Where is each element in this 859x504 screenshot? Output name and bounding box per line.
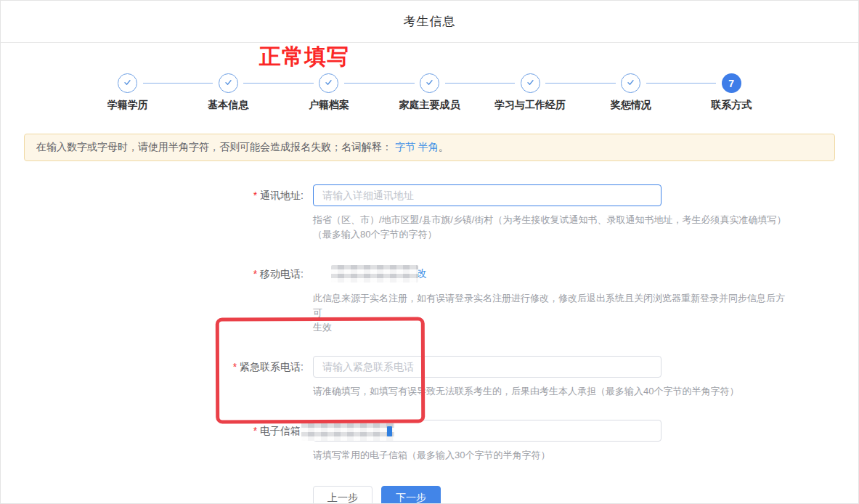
required-marker: * [233, 361, 237, 373]
redacted-phone-value [331, 265, 418, 283]
check-icon [425, 77, 434, 90]
candidate-info-page: 考生信息 正常填写 学籍学历 基本信息 户籍档案 家庭主要成员 [0, 0, 859, 504]
step-label: 家庭主要成员 [379, 99, 480, 112]
step-number: 7 [728, 78, 734, 89]
address-help-line1: 指省（区、市）/地市区盟/县市旗/乡镇/街村（为考生接收复试通知书、录取通知书地… [313, 213, 792, 227]
step-done-circle [621, 73, 640, 93]
email-control: 请填写常用的电子信箱（最多输入30个字节的半角字符） [313, 420, 792, 463]
mobile-control: 修改 此信息来源于实名注册，如有误请登录实名注册进行修改，修改后退出系统且关闭浏… [313, 263, 792, 335]
address-row: *通讯地址: 指省（区、市）/地市区盟/县市旗/乡镇/街村（为考生接收复试通知书… [1, 184, 858, 242]
contact-info-form: *通讯地址: 指省（区、市）/地市区盟/县市旗/乡镇/街村（为考生接收复试通知书… [1, 184, 858, 504]
email-help: 请填写常用的电子信箱（最多输入30个字节的半角字符） [313, 448, 792, 463]
step-done-circle [118, 73, 137, 93]
step-done-circle [521, 73, 540, 93]
previous-step-button[interactable]: 上一步 [313, 486, 372, 504]
check-icon [626, 77, 635, 90]
halfwidth-notice-banner: 在输入数字或字母时，请使用半角字符，否则可能会造成报名失败；名词解释： 字节 半… [24, 134, 835, 161]
mobile-row: *移动电话: 修改 此信息来源于实名注册，如有误请登录实名注册进行修改，修改后退… [1, 263, 858, 335]
step-item-jiben[interactable]: 基本信息 [178, 73, 279, 112]
byte-glossary-link[interactable]: 字节 [395, 141, 415, 153]
address-control: 指省（区、市）/地市区盟/县市旗/乡镇/街村（为考生接收复试通知书、录取通知书地… [313, 184, 792, 242]
step-done-circle [219, 73, 238, 93]
step-item-jiangcheng[interactable]: 奖惩情况 [580, 73, 681, 112]
emergency-phone-row: *紧急联系电话: 请准确填写，如填写有误导致无法联系考生的，后果由考生本人承担（… [1, 356, 858, 399]
required-marker: * [253, 268, 257, 280]
step-done-circle [420, 73, 439, 93]
redacted-email-value [301, 421, 394, 441]
mobile-help-line1: 此信息来源于实名注册，如有误请登录实名注册进行修改，修改后退出系统且关闭浏览器重… [313, 291, 792, 320]
step-label: 学籍学历 [78, 99, 179, 112]
step-active-circle: 7 [722, 73, 741, 93]
notice-suffix: 。 [439, 141, 449, 153]
emergency-phone-help: 请准确填写，如填写有误导致无法联系考生的，后果由考生本人承担（最多输入40个字节… [313, 384, 792, 399]
check-icon [526, 77, 535, 90]
step-item-xueji[interactable]: 学籍学历 [78, 73, 179, 112]
redacted-email-cursor [387, 426, 392, 436]
mobile-label: *移动电话: [1, 263, 313, 335]
emergency-phone-label: *紧急联系电话: [1, 356, 313, 399]
halfwidth-glossary-link[interactable]: 半角 [418, 141, 439, 153]
form-actions: 上一步 下一步 [313, 486, 858, 504]
page-header: 考生信息 [1, 1, 858, 43]
step-item-huji[interactable]: 户籍档案 [279, 73, 380, 112]
required-marker: * [253, 425, 257, 436]
step-label: 奖惩情况 [580, 99, 681, 112]
step-label: 联系方式 [681, 99, 782, 112]
check-icon [224, 77, 233, 90]
notice-text: 在输入数字或字母时，请使用半角字符，否则可能会造成报名失败；名词解释： [36, 141, 392, 153]
step-label: 基本信息 [178, 99, 279, 112]
mobile-value-line: 修改 [313, 263, 792, 285]
required-marker: * [253, 190, 257, 201]
check-icon [123, 77, 132, 90]
check-icon [324, 77, 333, 90]
step-item-lianxi[interactable]: 7 联系方式 [681, 73, 782, 112]
emergency-phone-control: 请准确填写，如填写有误导致无法联系考生的，后果由考生本人承担（最多输入40个字节… [313, 356, 792, 399]
step-done-circle [319, 73, 338, 93]
step-label: 户籍档案 [279, 99, 380, 112]
emergency-phone-input[interactable] [313, 356, 661, 378]
next-step-button[interactable]: 下一步 [381, 486, 441, 504]
step-wizard: 学籍学历 基本信息 户籍档案 家庭主要成员 学习与工作经历 [78, 73, 782, 112]
address-input[interactable] [313, 184, 661, 206]
step-item-jiating[interactable]: 家庭主要成员 [379, 73, 480, 112]
step-label: 学习与工作经历 [480, 99, 581, 112]
handwritten-annotation-text: 正常填写 [259, 44, 349, 69]
address-help-line2: （最多输入80个字节的字符） [313, 227, 792, 242]
email-label: *电子信箱: [1, 420, 313, 463]
step-item-xuexi[interactable]: 学习与工作经历 [480, 73, 581, 112]
email-row: *电子信箱: 请填写常用的电子信箱（最多输入30个字节的半角字符） [1, 420, 858, 463]
address-label: *通讯地址: [1, 184, 313, 242]
mobile-help-line2: 生效 [313, 320, 792, 335]
page-title: 考生信息 [404, 13, 456, 30]
